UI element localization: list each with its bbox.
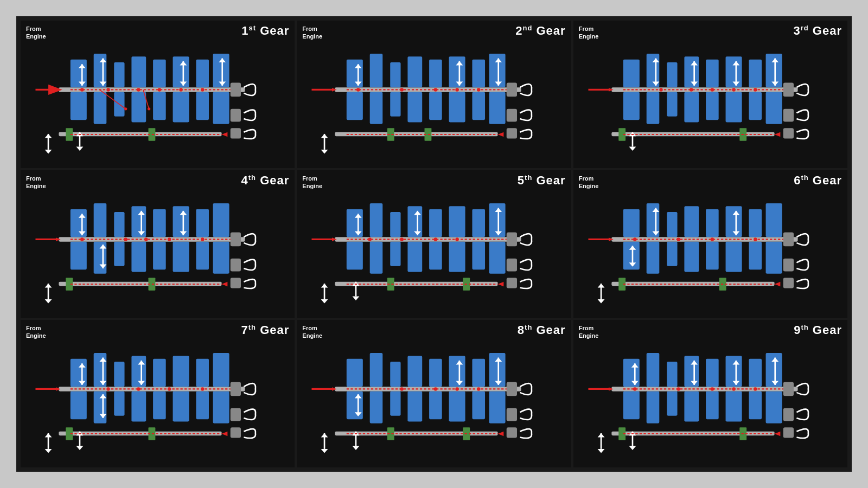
gear-panel-8: FromEngine 8th Gear — [297, 320, 571, 467]
from-engine-label-8: FromEngine — [302, 324, 322, 340]
svg-rect-393 — [749, 359, 762, 387]
svg-rect-5 — [131, 56, 146, 87]
svg-rect-305 — [213, 391, 229, 423]
svg-rect-388 — [646, 353, 659, 387]
svg-rect-344 — [429, 359, 442, 387]
svg-point-430 — [676, 387, 680, 390]
svg-rect-248 — [667, 212, 677, 237]
svg-rect-387 — [623, 359, 639, 387]
svg-rect-267 — [783, 278, 793, 288]
svg-rect-301 — [131, 391, 146, 422]
svg-marker-326 — [45, 449, 52, 453]
svg-rect-408 — [783, 427, 793, 438]
svg-rect-360 — [507, 408, 517, 421]
svg-marker-195 — [222, 282, 228, 287]
svg-rect-159 — [71, 242, 87, 269]
svg-rect-166 — [213, 242, 229, 274]
svg-point-52 — [124, 107, 127, 110]
svg-rect-292 — [114, 362, 124, 387]
svg-marker-434 — [774, 432, 780, 436]
svg-rect-354 — [473, 391, 486, 419]
svg-point-285 — [754, 237, 757, 241]
svg-rect-77 — [507, 83, 517, 97]
gear-panel-5: FromEngine 5th Gear — [297, 170, 571, 318]
svg-point-96 — [434, 88, 437, 91]
svg-point-194 — [201, 237, 204, 241]
svg-point-94 — [356, 88, 360, 91]
svg-rect-73 — [489, 92, 506, 124]
svg-rect-296 — [196, 359, 209, 387]
svg-rect-389 — [667, 362, 677, 387]
svg-point-283 — [676, 237, 680, 241]
svg-point-333 — [137, 387, 140, 390]
svg-rect-253 — [765, 203, 782, 237]
svg-point-142 — [659, 88, 662, 91]
svg-rect-295 — [173, 356, 189, 387]
from-engine-label-1: FromEngine — [26, 25, 46, 41]
svg-marker-279 — [597, 299, 604, 304]
svg-point-95 — [400, 88, 404, 91]
svg-point-193 — [168, 237, 171, 241]
gear-panel-7: FromEngine 7th Gear — [21, 320, 295, 467]
svg-rect-348 — [347, 391, 363, 419]
svg-rect-352 — [429, 391, 442, 419]
svg-rect-297 — [213, 353, 229, 387]
svg-rect-123 — [783, 109, 793, 122]
from-engine-label-4: FromEngine — [26, 175, 46, 190]
svg-rect-341 — [370, 353, 383, 387]
svg-rect-70 — [429, 92, 442, 120]
svg-point-46 — [137, 88, 140, 91]
svg-rect-118 — [765, 92, 782, 124]
svg-rect-250 — [706, 209, 719, 237]
svg-point-45 — [106, 88, 110, 91]
svg-rect-60 — [391, 62, 401, 87]
svg-rect-13 — [131, 92, 146, 123]
svg-marker-147 — [774, 132, 780, 137]
svg-point-335 — [201, 387, 204, 390]
svg-rect-61 — [408, 56, 423, 87]
svg-point-53 — [148, 107, 150, 110]
svg-rect-10 — [71, 92, 87, 120]
svg-point-239 — [400, 237, 404, 241]
svg-rect-117 — [749, 92, 762, 120]
svg-rect-170 — [231, 233, 241, 247]
svg-rect-23 — [231, 128, 241, 138]
svg-rect-151 — [71, 209, 87, 237]
svg-rect-158 — [213, 203, 229, 237]
svg-rect-67 — [370, 92, 383, 124]
svg-marker-376 — [353, 446, 360, 451]
svg-rect-78 — [507, 109, 517, 122]
svg-point-191 — [124, 237, 127, 241]
svg-rect-266 — [783, 259, 793, 272]
svg-marker-423 — [597, 449, 604, 453]
svg-rect-260 — [749, 242, 762, 269]
svg-rect-303 — [173, 391, 189, 422]
svg-rect-209 — [391, 242, 401, 266]
svg-rect-401 — [749, 391, 762, 419]
svg-rect-105 — [667, 62, 677, 87]
svg-rect-399 — [706, 391, 719, 419]
svg-rect-204 — [449, 206, 465, 237]
svg-rect-246 — [623, 209, 639, 237]
svg-rect-161 — [114, 242, 124, 266]
svg-rect-255 — [646, 242, 659, 274]
svg-rect-112 — [646, 92, 659, 124]
svg-rect-66 — [347, 92, 363, 120]
svg-marker-373 — [321, 449, 328, 453]
svg-rect-15 — [173, 92, 189, 123]
svg-point-282 — [633, 237, 636, 241]
svg-rect-395 — [623, 391, 639, 419]
svg-rect-249 — [684, 206, 699, 237]
svg-rect-406 — [783, 382, 793, 396]
svg-rect-353 — [449, 391, 465, 422]
svg-rect-290 — [71, 359, 87, 387]
gear-panel-2: FromEngine 2nd Gear — [297, 21, 571, 168]
svg-rect-396 — [646, 391, 659, 423]
svg-rect-17 — [213, 92, 229, 124]
svg-rect-258 — [706, 242, 719, 269]
svg-point-47 — [158, 88, 161, 91]
svg-marker-54 — [222, 132, 228, 137]
svg-point-432 — [732, 387, 735, 390]
svg-rect-265 — [783, 233, 793, 247]
svg-rect-397 — [667, 391, 677, 416]
